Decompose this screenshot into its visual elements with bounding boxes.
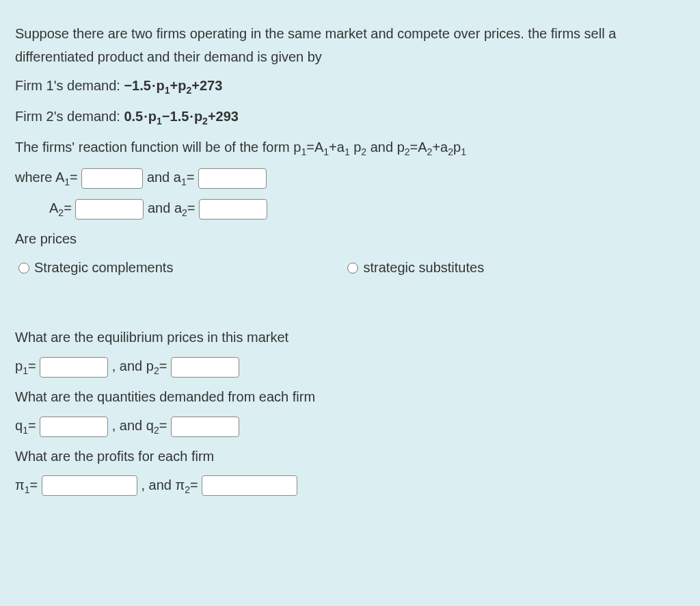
rx-m1: =A <box>306 140 323 155</box>
eq-p2: = <box>159 358 167 373</box>
sub-1b: 1 <box>323 146 329 157</box>
q1-label: q <box>15 418 23 433</box>
A2-a2-line: A2= and a2= <box>49 196 685 222</box>
sub-1d: 1 <box>461 146 466 157</box>
input-A2[interactable] <box>75 199 144 220</box>
sub-2b: 2 <box>405 146 410 157</box>
sub-A2: 2 <box>58 207 64 218</box>
input-a1[interactable] <box>198 168 267 189</box>
reaction-pre: The firms' reaction function will be of … <box>15 140 301 155</box>
sub-1c: 1 <box>345 146 350 157</box>
rx-m6: p <box>453 140 461 155</box>
radio-substitutes[interactable] <box>347 263 358 274</box>
sub-q2: 2 <box>154 425 159 436</box>
input-A1[interactable] <box>81 168 143 189</box>
input-p2[interactable] <box>171 357 239 378</box>
reaction-function-line: The firms' reaction function will be of … <box>15 135 685 161</box>
eq-pi1: = <box>30 477 38 492</box>
sub-pi1: 1 <box>25 484 30 495</box>
sub-pi2: 2 <box>185 484 190 495</box>
rx-m5: +a <box>432 140 448 155</box>
firm2-expr: 0.5·p1−1.5·p2+293 <box>124 109 239 124</box>
input-p1[interactable] <box>40 357 108 378</box>
sub-A1: 1 <box>64 176 70 187</box>
eq-p1: = <box>28 358 36 373</box>
where-label: where A <box>15 170 64 185</box>
A2-label: A <box>49 200 58 215</box>
input-q1[interactable] <box>40 417 108 437</box>
eq-prices-question: What are the equilibrium prices in this … <box>15 326 685 349</box>
profits-question: What are the profits for each firm <box>15 445 685 468</box>
eq-2: = <box>187 170 195 185</box>
and-q2-label: , and q <box>112 418 154 433</box>
radio-complements[interactable] <box>18 263 29 274</box>
label-substitutes: strategic substitutes <box>363 256 484 279</box>
firm1-label: Firm 1's demand: <box>15 78 124 93</box>
input-pi2[interactable] <box>202 475 297 496</box>
firm2-label: Firm 2's demand: <box>15 109 124 124</box>
A1-a1-line: where A1= and a1= <box>15 166 685 191</box>
eq-4: = <box>187 200 196 215</box>
sub-2: 2 <box>361 146 366 157</box>
gap <box>15 279 685 320</box>
firm1-expr: −1.5·p1+p2+273 <box>124 78 222 93</box>
rx-and: and p <box>366 140 405 155</box>
label-complements: Strategic complements <box>34 256 173 279</box>
are-prices-text: Are prices <box>15 227 685 250</box>
quantities-question: What are the quantities demanded from ea… <box>15 385 685 408</box>
firm1-demand-line: Firm 1's demand: −1.5·p1+p2+273 <box>15 74 685 99</box>
rx-m3: p <box>350 140 362 155</box>
input-q2[interactable] <box>171 417 239 437</box>
p1-label: p <box>15 358 23 373</box>
eq-q1: = <box>28 418 36 433</box>
eq-3: = <box>64 200 72 215</box>
sub-p2: 2 <box>154 365 159 376</box>
eq-1: = <box>70 170 78 185</box>
firm2-demand-line: Firm 2's demand: 0.5·p1−1.5·p2+293 <box>15 105 685 130</box>
q1-q2-line: q1= , and q2= <box>15 414 685 439</box>
input-a2[interactable] <box>199 199 267 220</box>
and-a1-label: and a <box>147 170 181 185</box>
sub-p1: 1 <box>23 365 28 376</box>
eq-pi2: = <box>190 477 198 492</box>
radio-group-prices: Strategic complements strategic substitu… <box>15 256 685 279</box>
p1-p2-line: p1= , and p2= <box>15 354 685 380</box>
rx-m4: =A <box>410 140 427 155</box>
sub-a1: 1 <box>181 176 187 187</box>
sub-q1: 1 <box>23 425 28 436</box>
pi1-pi2-line: π1= , and π2= <box>15 473 685 499</box>
and-a2-label: and a <box>148 200 182 215</box>
question-page: Suppose there are two firms operating in… <box>0 0 700 520</box>
and-pi2-label: , and π <box>141 477 185 492</box>
option-complements[interactable]: Strategic complements <box>15 256 173 279</box>
option-substitutes[interactable]: strategic substitutes <box>344 256 484 279</box>
rx-m2: +a <box>329 140 345 155</box>
input-pi1[interactable] <box>42 475 137 496</box>
intro-text: Suppose there are two firms operating in… <box>15 22 685 68</box>
pi1-label: π <box>15 477 25 492</box>
sub-2d: 2 <box>448 146 453 157</box>
and-p2-label: , and p <box>112 358 154 373</box>
eq-q2: = <box>159 418 167 433</box>
sub-a2: 2 <box>182 207 187 218</box>
